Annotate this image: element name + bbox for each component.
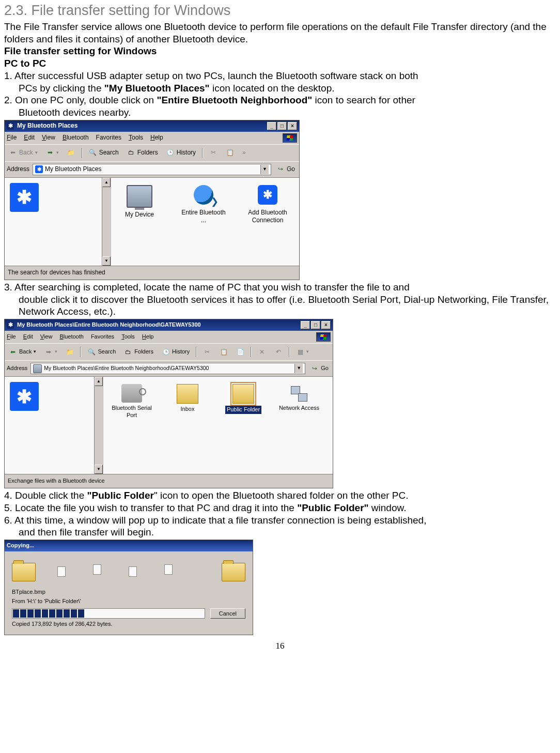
subheading-1: File transfer setting for Windows	[4, 45, 556, 57]
menu-help[interactable]: Help	[150, 134, 163, 142]
cut-button[interactable]: ✂	[207, 148, 220, 158]
address-input[interactable]: ✱ My Bluetooth Places ▼	[33, 164, 271, 175]
status-bar: Exchange files with a Bluetooth device	[5, 474, 333, 488]
dialog-body: BTplace.bmp From 'H:\' to 'Public Folder…	[5, 551, 253, 635]
scrollbar[interactable]: ▲ ▼	[94, 377, 103, 474]
address-dropdown[interactable]: ▼	[260, 165, 269, 174]
toolbar-more[interactable]: »	[240, 148, 248, 158]
intro-paragraph: The File Transfer service allows one Blu…	[4, 21, 556, 45]
content-pane: ✱ ▲ ▼ My Device Entire Bluetooth ... ✱ A…	[5, 177, 299, 266]
menu-bluetooth[interactable]: Bluetooth	[59, 333, 84, 341]
forward-arrow-icon: ➡	[46, 149, 54, 157]
menu-bar: File Edit View Bluetooth Favorites Tools…	[5, 331, 333, 343]
scroll-up-button[interactable]: ▲	[102, 178, 111, 187]
address-dropdown[interactable]: ▼	[294, 364, 303, 373]
cut-button[interactable]: ✂	[201, 347, 213, 357]
computer-icon: .	[33, 364, 42, 373]
menu-edit[interactable]: Edit	[23, 333, 33, 341]
close-button[interactable]: ×	[288, 122, 297, 130]
up-button[interactable]: 📁	[64, 347, 76, 357]
screenshot-bluetooth-places: ✱ My Bluetooth Places _ □ × File Edit Vi…	[4, 120, 300, 280]
maximize-button[interactable]: □	[277, 122, 287, 130]
search-button[interactable]: 🔍Search	[87, 148, 121, 158]
menu-file[interactable]: File	[7, 134, 17, 142]
menu-tools[interactable]: Tools	[129, 134, 143, 142]
bluetooth-large-icon: ✱	[10, 183, 39, 212]
undo-button[interactable]: ↶	[272, 347, 285, 357]
minimize-button[interactable]: _	[301, 321, 310, 329]
maximize-button[interactable]: □	[311, 321, 320, 329]
bluetooth-serial-port-item[interactable]: Bluetooth Serial Port	[108, 384, 155, 467]
views-icon: ▦	[296, 348, 304, 356]
window-titlebar: ✱ My Bluetooth Places _ □ ×	[5, 120, 299, 132]
step-1-line2: PCs by clicking the "My Bluetooth Places…	[4, 82, 556, 95]
globe-icon	[192, 185, 215, 206]
inbox-item[interactable]: Inbox	[164, 384, 211, 467]
screenshot-services: ✱ My Bluetooth Places\Entire Bluetooth N…	[4, 319, 333, 488]
delete-button[interactable]: ✕	[256, 347, 268, 357]
paste-button[interactable]: 📄	[234, 347, 246, 357]
toolbar: ⬅Back▾ ➡▾ 📁 🔍Search 🗀Folders 🕒History ✂ …	[5, 144, 299, 161]
menu-edit[interactable]: Edit	[24, 134, 35, 142]
copy-button[interactable]: 📋	[217, 347, 230, 357]
menu-tools[interactable]: Tools	[121, 333, 135, 341]
search-icon: 🔍	[87, 348, 96, 356]
flying-documents-icon	[40, 564, 217, 580]
folders-button[interactable]: 🗀Folders	[125, 148, 160, 158]
folders-icon: 🗀	[124, 348, 132, 356]
back-button[interactable]: ⬅Back▾	[7, 148, 40, 158]
search-button[interactable]: 🔍Search	[85, 347, 118, 357]
step-3-line2: double click it to discover the Bluetoot…	[4, 294, 556, 318]
views-button[interactable]: ▦▾	[294, 347, 311, 357]
folder-up-icon: 📁	[67, 149, 75, 157]
scrollbar[interactable]: ▲ ▼	[102, 178, 111, 266]
toolbar: ⬅Back▾ ➡▾ 📁 🔍Search 🗀Folders 🕒History ✂ …	[5, 343, 333, 360]
history-button[interactable]: 🕒History	[164, 148, 198, 158]
history-button[interactable]: 🕒History	[160, 347, 192, 357]
left-pane: ✱ ▲ ▼	[5, 178, 111, 266]
menu-favorites[interactable]: Favorites	[91, 333, 114, 341]
go-button[interactable]: ↪Go	[308, 363, 331, 374]
window-title: My Bluetooth Places\Entire Bluetooth Nei…	[17, 321, 201, 329]
menu-view[interactable]: View	[42, 134, 55, 142]
forward-button[interactable]: ➡▾	[44, 148, 61, 158]
bluetooth-connection-icon: ✱	[256, 185, 279, 206]
delete-icon: ✕	[258, 348, 266, 356]
cancel-button[interactable]: Cancel	[210, 608, 245, 619]
page-number: 16	[4, 640, 556, 651]
entire-bluetooth-item[interactable]: Entire Bluetooth ...	[180, 185, 227, 258]
copy-icon: 📋	[220, 348, 228, 356]
add-bluetooth-connection-item[interactable]: ✱ Add Bluetooth Connection	[244, 185, 291, 258]
step-2-line2: Bluetooth devices nearby.	[4, 106, 556, 119]
menu-file[interactable]: File	[7, 333, 16, 341]
back-button[interactable]: ⬅Back▾	[7, 347, 38, 357]
undo-icon: ↶	[274, 348, 283, 356]
folders-button[interactable]: 🗀Folders	[122, 347, 155, 357]
bytes-copied-label: Copied 173,892 bytes of 286,422 bytes.	[12, 621, 245, 628]
progress-bar	[12, 608, 205, 619]
windows-flag-icon	[283, 133, 297, 143]
copy-icon: 📋	[226, 149, 234, 157]
address-input[interactable]: . My Bluetooth Places\Entire Bluetooth N…	[30, 363, 305, 374]
my-device-item[interactable]: My Device	[116, 185, 163, 258]
left-pane: ✱ ▲ ▼	[5, 377, 103, 474]
scroll-down-button[interactable]: ▼	[95, 465, 103, 474]
public-folder-item[interactable]: Public Folder	[220, 384, 267, 467]
back-arrow-icon: ⬅	[9, 149, 17, 157]
up-button[interactable]: 📁	[65, 148, 77, 158]
scroll-down-button[interactable]: ▼	[102, 256, 111, 266]
menu-favorites[interactable]: Favorites	[96, 134, 121, 142]
menu-view[interactable]: View	[40, 333, 53, 341]
close-button[interactable]: ×	[321, 321, 331, 329]
folder-up-icon: 📁	[66, 348, 74, 356]
copy-button[interactable]: 📋	[224, 148, 236, 158]
step-1-line1: 1. After successful USB adapter setup on…	[4, 70, 556, 82]
step-6-line2: and then file transfer will begin.	[4, 526, 556, 539]
go-button[interactable]: ↪Go	[274, 164, 297, 175]
minimize-button[interactable]: _	[267, 122, 276, 130]
network-access-item[interactable]: Network Access	[276, 384, 322, 467]
menu-help[interactable]: Help	[142, 333, 154, 341]
forward-button[interactable]: ➡▾	[42, 347, 59, 357]
menu-bluetooth[interactable]: Bluetooth	[63, 134, 89, 142]
scroll-up-button[interactable]: ▲	[95, 377, 103, 386]
